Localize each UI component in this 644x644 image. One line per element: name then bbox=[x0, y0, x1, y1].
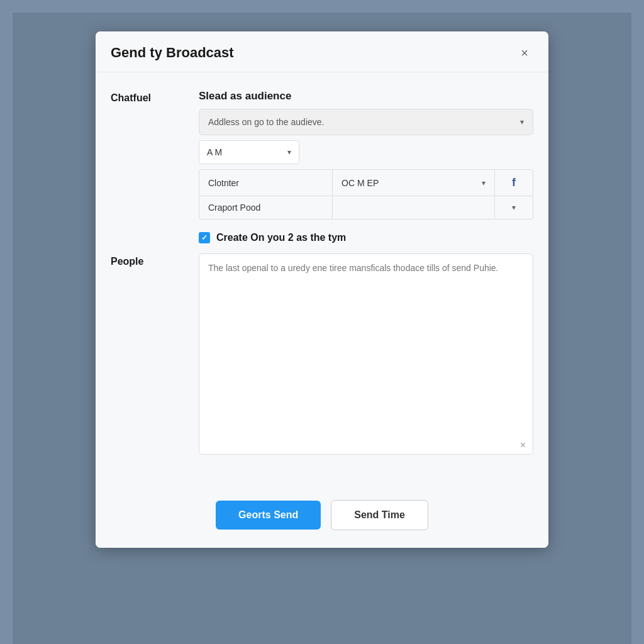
people-label: People bbox=[111, 253, 199, 267]
am-dropdown-chevron: ▾ bbox=[287, 148, 291, 157]
table-cell-chevron-2[interactable]: ▾ bbox=[495, 196, 533, 219]
table-cell-name-1: Clotnter bbox=[199, 170, 333, 196]
audience-title: Slead as audience bbox=[199, 90, 533, 103]
textarea-container: × bbox=[199, 253, 533, 457]
audience-table: Clotnter OC M EP ▾ f bbox=[199, 169, 533, 219]
chatfuel-row: Chatfuel Slead as audience Addless on go… bbox=[111, 90, 533, 219]
chatfuel-label: Chatfuel bbox=[111, 90, 199, 104]
secondary-send-button[interactable]: Send Time bbox=[331, 500, 428, 530]
modal-footer: Georts Send Send Time bbox=[96, 487, 548, 548]
audience-main-dropdown[interactable]: Addless on go to the audieve. ▾ bbox=[199, 109, 533, 135]
table-row: Craport Pood ▾ bbox=[199, 196, 533, 219]
am-dropdown[interactable]: A M ▾ bbox=[199, 140, 299, 164]
checkbox-checked-icon[interactable] bbox=[199, 232, 210, 243]
checkbox-text: Create On you 2 as the tym bbox=[216, 232, 346, 243]
modal-title: Gend ty Broadcast bbox=[111, 45, 234, 61]
table-cell-middle-2 bbox=[333, 196, 495, 219]
am-dropdown-row: A M ▾ bbox=[199, 140, 533, 164]
table-cell-icon-1: f bbox=[495, 170, 533, 196]
modal-header: Gend ty Broadcast × bbox=[96, 31, 548, 72]
am-dropdown-label: A M bbox=[207, 147, 222, 157]
modal-body: Chatfuel Slead as audience Addless on go… bbox=[96, 72, 548, 487]
people-row: People × bbox=[111, 253, 533, 457]
modal-overlay: Gend ty Broadcast × Chatfuel Slead as au… bbox=[13, 13, 631, 644]
modal-dialog: Gend ty Broadcast × Chatfuel Slead as au… bbox=[96, 31, 548, 548]
right-chevron-2: ▾ bbox=[512, 203, 516, 212]
audience-dropdown-chevron: ▾ bbox=[520, 118, 524, 126]
table-cell-name-2: Craport Pood bbox=[199, 196, 333, 219]
table-cell-middle-1[interactable]: OC M EP ▾ bbox=[333, 170, 495, 196]
table-row: Clotnter OC M EP ▾ f bbox=[199, 170, 533, 196]
audience-section: Slead as audience Addless on go to the a… bbox=[199, 90, 533, 219]
close-button[interactable]: × bbox=[516, 44, 533, 62]
textarea-clear-icon[interactable]: × bbox=[520, 440, 526, 451]
checkbox-row: Create On you 2 as the tym bbox=[199, 232, 533, 243]
primary-send-button[interactable]: Georts Send bbox=[216, 501, 321, 530]
checkbox-label[interactable]: Create On you 2 as the tym bbox=[199, 232, 346, 243]
audience-dropdown-placeholder: Addless on go to the audieve. bbox=[208, 117, 324, 127]
message-textarea[interactable] bbox=[199, 253, 533, 455]
middle-chevron-1: ▾ bbox=[482, 179, 486, 187]
